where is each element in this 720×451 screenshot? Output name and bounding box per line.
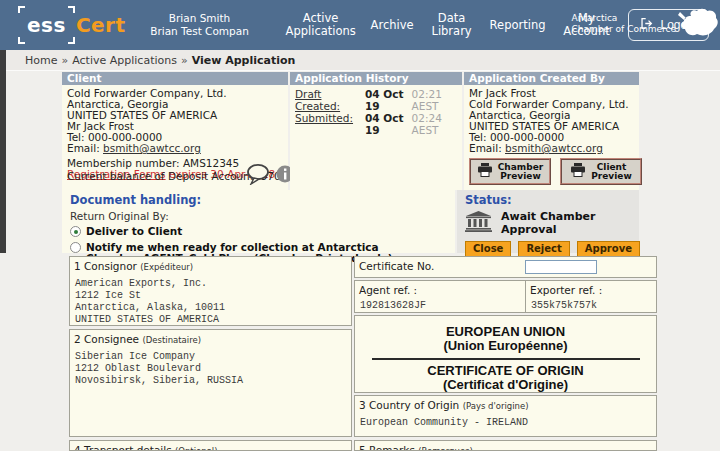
logo-corner-icon xyxy=(68,6,75,13)
client-email-link[interactable]: bsmith@awtcc.org xyxy=(103,142,201,154)
eu-title-line1: EUROPEAN UNION xyxy=(355,325,656,339)
comment-bubble-icon[interactable] xyxy=(246,163,270,189)
country-value: European Community - IRELAND xyxy=(355,411,656,429)
title-divider xyxy=(372,358,640,360)
history-draft-created-link[interactable]: Draft Created: xyxy=(295,88,365,112)
consignee-number: 2 xyxy=(74,333,81,345)
client-panel-title: Client xyxy=(62,72,288,85)
radio-deliver-to-client[interactable]: Deliver to Client xyxy=(70,226,447,238)
breadcrumb-current: View Application xyxy=(192,54,296,67)
exporter-ref-value: 355k75k757k xyxy=(530,296,602,312)
exporter-ref-cell: Exporter ref. : 355k75k757k xyxy=(526,281,602,312)
reject-button[interactable]: Reject xyxy=(518,241,569,257)
client-email-row: Email: bsmith@awtcc.org xyxy=(67,143,288,154)
radio-deliver-label: Deliver to Client xyxy=(86,226,182,238)
created-by-email-label: Email: xyxy=(469,142,502,154)
nav-reporting[interactable]: Reporting xyxy=(490,19,546,32)
history-row: Submitted: 04 Oct 19 02:24 AEST xyxy=(295,112,462,136)
remarks-label-fr: (Remarques) xyxy=(418,446,473,451)
references-box: Agent ref. : 192813628JF Exporter ref. :… xyxy=(354,280,657,313)
chamber-preview-label: Chamber Preview xyxy=(498,163,543,181)
certificate-title-box: EUROPEAN UNION (Union Européenne) CERTIF… xyxy=(354,315,657,393)
certificate-no-input[interactable] xyxy=(525,260,597,274)
chamber-preview-line2: Preview xyxy=(498,172,543,181)
consignee-value: Siberian Ice Company 1212 Oblast Bouleva… xyxy=(70,345,351,387)
consignor-value: American Exports, Inc. 1212 Ice St Antar… xyxy=(70,272,351,326)
logo-corner-icon xyxy=(68,37,75,44)
approve-button[interactable]: Approve xyxy=(577,241,640,257)
return-original-by-label: Return Original By: xyxy=(70,210,447,222)
logo-text-cert: Cert xyxy=(76,13,126,37)
history-submitted-link[interactable]: Submitted: xyxy=(295,112,365,136)
antarctica-icon xyxy=(677,6,719,46)
consignor-name: Consignor xyxy=(84,260,137,272)
preview-buttons: Chamber Preview Client Preview xyxy=(469,158,642,185)
user-name: Brian Smith xyxy=(140,12,260,25)
transport-details-box: 4 Transport details (Optional) xyxy=(69,440,352,451)
breadcrumb-active-applications[interactable]: Active Applications xyxy=(72,54,177,67)
user-info: Brian Smith Brian Test Compan xyxy=(140,12,260,38)
client-preview-button[interactable]: Client Preview xyxy=(560,158,642,185)
consignor-label: 1 Consignor (Expéditeur) xyxy=(70,257,351,272)
close-button[interactable]: Close xyxy=(465,241,511,257)
history-panel-body: Draft Created: 04 Oct 19 02:21 AEST Subm… xyxy=(290,85,462,190)
radio-unselected-icon[interactable] xyxy=(70,242,81,253)
certificate-no-box: Certificate No. xyxy=(354,256,657,278)
user-company: Brian Test Compan xyxy=(140,25,260,38)
history-panel-title: Application History xyxy=(290,72,462,85)
breadcrumb-separator: » xyxy=(181,54,188,67)
document-handling-section: Document handling: Return Original By: D… xyxy=(62,190,455,253)
country-number: 3 xyxy=(359,399,366,411)
eu-title-line2: (Union Européenne) xyxy=(355,339,656,353)
breadcrumb-separator: » xyxy=(61,54,68,67)
history-draft-created-date: 04 Oct 19 xyxy=(365,88,412,112)
history-submitted-time: 02:24 AEST xyxy=(412,112,462,136)
nav-active-applications[interactable]: Active Applications xyxy=(286,12,356,38)
country-name: Country of Origin xyxy=(369,399,459,411)
status-row: Await Chamber Approval xyxy=(465,210,631,236)
remarks-box: 5 Remarks (Remarques) xyxy=(354,440,657,451)
radio-selected-icon[interactable] xyxy=(70,226,81,237)
chamber-preview-button[interactable]: Chamber Preview xyxy=(469,158,551,185)
printer-icon xyxy=(570,163,586,180)
client-email-label: Email: xyxy=(67,142,100,154)
printer-icon xyxy=(477,163,493,180)
created-by-email-link[interactable]: bsmith@awtcc.org xyxy=(505,142,603,154)
eu-title-line3: CERTIFICATE OF ORIGIN xyxy=(355,364,656,378)
chamber-name-line1: Antarctica xyxy=(572,13,676,24)
created-by-panel-body: Mr Jack Frost Cold Forwarder Company, Lt… xyxy=(464,85,639,190)
consignor-box: 1 Consignor (Expéditeur) American Export… xyxy=(69,256,352,326)
country-label-fr: (Pays d'origine) xyxy=(463,401,529,411)
agent-ref-value: 192813628JF xyxy=(359,296,525,312)
main-nav: Active Applications Archive Data Library… xyxy=(286,12,613,38)
certificate-no-label: Certificate No. xyxy=(355,257,656,272)
application-history-panel: Application History Draft Created: 04 Oc… xyxy=(290,72,462,190)
page: ess Cert Brian Smith Brian Test Compan A… xyxy=(0,0,720,451)
top-navbar: ess Cert Brian Smith Brian Test Compan A… xyxy=(0,0,720,50)
agent-ref-label: Agent ref. : xyxy=(359,284,525,296)
nav-data-library[interactable]: Data Library xyxy=(429,12,475,38)
esscert-logo: ess Cert xyxy=(18,6,126,44)
status-buttons: Close Reject Approve xyxy=(465,241,631,257)
chamber-name-line2: Chamber of Commerce xyxy=(572,24,676,35)
remarks-number: 5 xyxy=(359,444,366,451)
country-of-origin-box: 3 Country of Origin (Pays d'origine) Eur… xyxy=(354,395,657,437)
left-edge-strip xyxy=(0,50,6,253)
exporter-ref-label: Exporter ref. : xyxy=(530,284,602,296)
transport-name: Transport details xyxy=(84,444,172,451)
consignee-name: Consignee xyxy=(84,333,139,345)
consignor-label-fr: (Expéditeur) xyxy=(140,262,193,272)
history-submitted-date: 04 Oct 19 xyxy=(365,112,412,136)
eu-title-line4: (Certificat d'Origine) xyxy=(355,378,656,392)
remarks-name: Remarks xyxy=(369,444,415,451)
country-label: 3 Country of Origin (Pays d'origine) xyxy=(355,396,656,411)
history-row: Draft Created: 04 Oct 19 02:21 AEST xyxy=(295,88,462,112)
transport-number: 4 xyxy=(74,444,81,451)
created-by-panel-title: Application Created By xyxy=(464,72,639,85)
remarks-label: 5 Remarks (Remarques) xyxy=(355,441,656,451)
client-preview-label: Client Preview xyxy=(591,163,632,181)
logo-text-ess: ess xyxy=(27,13,66,37)
consignee-label-fr: (Destinataire) xyxy=(142,335,201,345)
breadcrumb-home[interactable]: Home xyxy=(25,54,57,67)
nav-archive[interactable]: Archive xyxy=(371,19,414,32)
